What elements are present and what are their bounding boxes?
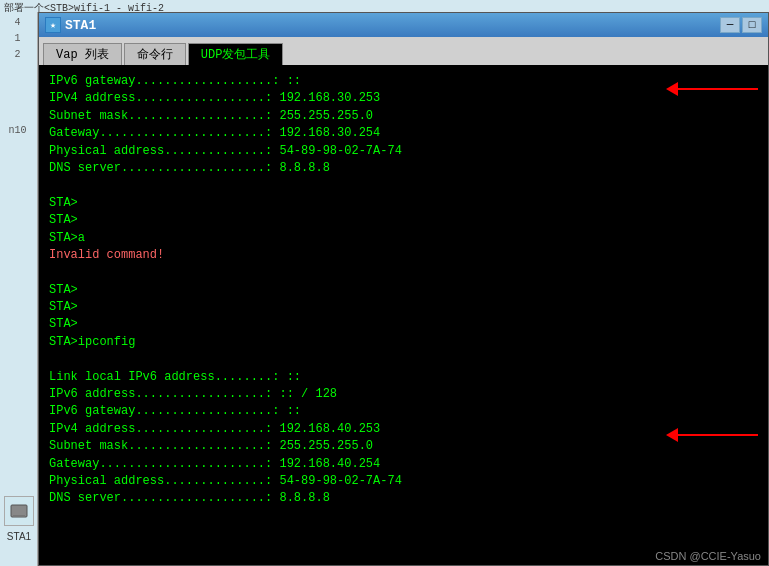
terminal-line-7: STA> <box>49 195 758 212</box>
side-num-2: 2 <box>14 48 22 62</box>
main-window: ★ STA1 ─ □ Vap 列表 命令行 UDP发包工具 IPv6 gatew… <box>38 12 769 566</box>
terminal-line-16 <box>49 351 758 368</box>
terminal-line-0: IPv6 gateway...................: :: <box>49 73 758 90</box>
terminal-line-1: IPv4 address..................: 192.168.… <box>49 90 758 107</box>
maximize-button[interactable]: □ <box>742 17 762 33</box>
side-num-4: 4 <box>14 16 22 30</box>
terminal-line-3: Gateway.......................: 192.168.… <box>49 125 758 142</box>
tab-bar: Vap 列表 命令行 UDP发包工具 <box>39 37 768 65</box>
title-bar: ★ STA1 ─ □ <box>39 13 768 37</box>
minimize-button[interactable]: ─ <box>720 17 740 33</box>
title-bar-controls: ─ □ <box>720 17 762 33</box>
terminal-line-9: STA>a <box>49 230 758 247</box>
tab-vap-list[interactable]: Vap 列表 <box>43 43 122 65</box>
terminal-line-15: STA>ipconfig <box>49 334 758 351</box>
title-bar-left: ★ STA1 <box>45 17 96 33</box>
terminal-line-17: Link local IPv6 address........: :: <box>49 369 758 386</box>
terminal-line-14: STA> <box>49 316 758 333</box>
side-panel: 4 1 2 n10 STA1 <box>0 12 38 566</box>
side-num-1: 1 <box>14 32 22 46</box>
window-icon: ★ <box>45 17 61 33</box>
terminal-line-6 <box>49 177 758 194</box>
tab-command[interactable]: 命令行 <box>124 43 186 65</box>
side-num-n10: n10 <box>8 124 28 138</box>
terminal-line-23: Physical address..............: 54-89-98… <box>49 473 758 490</box>
terminal-line-8: STA> <box>49 212 758 229</box>
terminal-line-2: Subnet mask...................: 255.255.… <box>49 108 758 125</box>
terminal-line-21: Subnet mask...................: 255.255.… <box>49 438 758 455</box>
tab-udp[interactable]: UDP发包工具 <box>188 43 284 65</box>
terminal-line-24: DNS server....................: 8.8.8.8 <box>49 490 758 507</box>
sta-label: STA1 <box>0 531 38 542</box>
terminal-line-12: STA> <box>49 282 758 299</box>
svg-rect-1 <box>13 515 25 517</box>
side-icon <box>4 496 34 526</box>
window-title: STA1 <box>65 18 96 33</box>
terminal-line-20: IPv4 address..................: 192.168.… <box>49 421 758 438</box>
terminal-line-13: STA> <box>49 299 758 316</box>
terminal-line-18: IPv6 address..................: :: / 128 <box>49 386 758 403</box>
terminal[interactable]: IPv6 gateway...................: :: IPv4… <box>39 65 768 565</box>
watermark: CSDN @CCIE-Yasuo <box>655 550 761 562</box>
top-bar: 部署一个<STB>wifi-1 - wifi-2 <box>0 0 769 12</box>
terminal-line-10: Invalid command! <box>49 247 758 264</box>
top-bar-text: 部署一个<STB>wifi-1 - wifi-2 <box>4 3 164 12</box>
terminal-line-4: Physical address..............: 54-89-98… <box>49 143 758 160</box>
terminal-line-19: IPv6 gateway...................: :: <box>49 403 758 420</box>
terminal-line-22: Gateway.......................: 192.168.… <box>49 456 758 473</box>
terminal-line-5: DNS server....................: 8.8.8.8 <box>49 160 758 177</box>
terminal-line-11 <box>49 264 758 281</box>
